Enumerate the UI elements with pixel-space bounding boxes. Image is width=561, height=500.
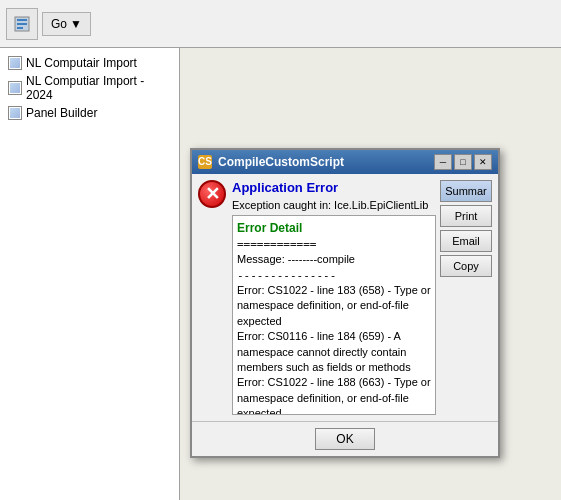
sidebar-item-label-0: NL Computair Import xyxy=(26,56,137,70)
sidebar-item-label-2: Panel Builder xyxy=(26,106,97,120)
error-line-1: Error: CS0116 - line 184 (659) - A names… xyxy=(237,329,431,375)
svg-rect-1 xyxy=(17,19,27,21)
maximize-button[interactable]: □ xyxy=(454,154,472,170)
dialog: CS CompileCustomScript ─ □ ✕ ✕ Applicati… xyxy=(190,148,500,458)
dialog-titlebar: CS CompileCustomScript ─ □ ✕ xyxy=(192,150,498,174)
sidebar-item-label-1: NL Computiar Import - 2024 xyxy=(26,74,171,102)
go-button[interactable]: Go ▼ xyxy=(42,12,91,36)
sidebar-item-2[interactable]: Panel Builder xyxy=(4,104,175,122)
scrollable-content[interactable]: Error Detail ============ Message: -----… xyxy=(232,215,436,415)
dialog-footer: OK xyxy=(192,421,498,456)
tree-icon-0 xyxy=(8,56,22,70)
error-detail-title: Error Detail xyxy=(237,220,431,237)
email-button[interactable]: Email xyxy=(440,230,492,252)
go-label: Go xyxy=(51,17,67,31)
copy-button[interactable]: Copy xyxy=(440,255,492,277)
go-chevron: ▼ xyxy=(70,17,82,31)
summary-button[interactable]: Summar xyxy=(440,180,492,202)
dialog-content-area: Application Error Exception caught in: I… xyxy=(232,180,492,415)
sidebar-item-0[interactable]: NL Computair Import xyxy=(4,54,175,72)
ok-button[interactable]: OK xyxy=(315,428,375,450)
sidebar-item-1[interactable]: NL Computiar Import - 2024 xyxy=(4,72,175,104)
sidebar: NL Computair Import NL Computiar Import … xyxy=(0,48,180,500)
svg-rect-3 xyxy=(17,27,23,29)
message-line: Message: --------compile xyxy=(237,252,431,267)
content-area: CS CompileCustomScript ─ □ ✕ ✕ Applicati… xyxy=(180,48,561,500)
toolbar: Go ▼ xyxy=(0,0,561,48)
msg-separator: --------------- xyxy=(237,268,431,283)
dialog-controls: ─ □ ✕ xyxy=(434,154,492,170)
main-area: NL Computair Import NL Computiar Import … xyxy=(0,48,561,500)
error-icon: ✕ xyxy=(198,180,226,208)
error-line-0: Error: CS1022 - line 183 (658) - Type or… xyxy=(237,283,431,329)
side-buttons: Summar Print Email Copy xyxy=(440,180,492,415)
app-error-title: Application Error xyxy=(232,180,436,195)
print-button[interactable]: Print xyxy=(440,205,492,227)
separator: ============ xyxy=(237,237,431,252)
dialog-body: ✕ Application Error Exception caught in:… xyxy=(192,174,498,421)
toolbar-icon-btn[interactable] xyxy=(6,8,38,40)
svg-rect-2 xyxy=(17,23,27,25)
dialog-text-area: Application Error Exception caught in: I… xyxy=(232,180,436,415)
minimize-button[interactable]: ─ xyxy=(434,154,452,170)
tree-icon-1 xyxy=(8,81,22,95)
dialog-title-icon: CS xyxy=(198,155,212,169)
close-button[interactable]: ✕ xyxy=(474,154,492,170)
exception-text: Exception caught in: Ice.Lib.EpiClientLi… xyxy=(232,199,436,211)
dialog-title-text: CompileCustomScript xyxy=(218,155,344,169)
tree-icon-2 xyxy=(8,106,22,120)
error-line-2: Error: CS1022 - line 188 (663) - Type or… xyxy=(237,375,431,415)
dialog-title: CS CompileCustomScript xyxy=(198,155,344,169)
